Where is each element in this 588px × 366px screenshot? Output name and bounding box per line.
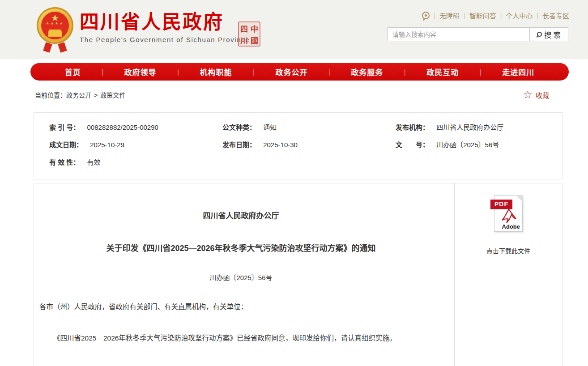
site-subtitle: The People's Government of Sichuan Provi… xyxy=(80,36,250,43)
document-number: 川办函〔2025〕56号 xyxy=(39,272,443,282)
search-icon xyxy=(537,32,542,37)
national-emblem-logo: ★ ★★★★ xyxy=(37,7,74,52)
breadcrumb-link-policy-files[interactable]: 政策文件 xyxy=(100,92,125,99)
link-separator: | xyxy=(537,12,538,19)
download-hint-link[interactable]: 点击下载此文件 xyxy=(455,246,562,255)
china-sichuan-seal-icon: 四 中 川 國 xyxy=(238,21,260,47)
nav-item-institution-functions[interactable]: 机构职能 xyxy=(200,66,232,77)
seal-char: 國 xyxy=(249,34,260,46)
nav-item-government-affairs[interactable]: 政务公开 xyxy=(275,66,307,77)
nav-item-public-interaction[interactable]: 政民互动 xyxy=(426,66,459,77)
nav-separator: | xyxy=(480,68,481,76)
meta-publish-date: 发布日期： 2025-10-30 xyxy=(207,140,380,150)
header-right: | 无障碍 | 智能问答 | 个人中心 | 长者专区 搜 索 xyxy=(388,11,569,41)
link-separator: | xyxy=(464,12,465,19)
meta-value: 2025-10-30 xyxy=(263,141,298,149)
site-title: 四川省人民政府 xyxy=(80,11,250,33)
nav-separator: | xyxy=(328,68,330,76)
nav-item-government-services[interactable]: 政务服务 xyxy=(351,66,383,77)
page-fold-icon xyxy=(516,195,523,202)
nav-separator: | xyxy=(404,68,406,76)
favorite-button[interactable]: ☆ 收藏 xyxy=(523,90,549,100)
meta-doc-number: 文 号： 川办函〔2025〕56号 xyxy=(380,140,562,150)
meta-label: 成文日期： xyxy=(49,141,83,149)
pdf-badge: PDF xyxy=(490,200,512,209)
breadcrumb-link-gov-affairs[interactable]: 政务公开 xyxy=(66,92,91,99)
pdf-file-icon: PDF Adobe xyxy=(494,195,523,232)
search-button-label: 搜 索 xyxy=(544,29,560,40)
emblem-ribbon-right xyxy=(58,42,67,53)
link-separator: | xyxy=(434,12,435,19)
meta-written-date: 成文日期： 2025-10-29 xyxy=(34,140,207,150)
meta-doc-type: 公文种类： 通知 xyxy=(207,123,380,132)
seal-char: 中 xyxy=(249,22,260,34)
link-accessibility[interactable]: 无障碍 xyxy=(439,11,460,20)
nav-item-government-leaders[interactable]: 政府领导 xyxy=(124,66,157,77)
search-button[interactable]: 搜 索 xyxy=(530,27,568,41)
seal-char: 四 xyxy=(239,22,249,34)
meta-label: 文 号： xyxy=(396,141,429,149)
meta-label: 有 效 性： xyxy=(49,158,80,166)
site-header: ★ ★★★★ 四川省人民政府 The People's Government o… xyxy=(0,0,588,59)
meta-label: 发布日期： xyxy=(222,141,256,149)
emblem-ribbon-left xyxy=(43,42,52,53)
nav-item-home[interactable]: 首页 xyxy=(65,66,81,77)
meta-index-number: 索 引 号： 008282882/2025-00290 xyxy=(34,123,207,132)
top-utility-links: | 无障碍 | 智能问答 | 个人中心 | 长者专区 xyxy=(388,11,569,20)
adobe-label: Adobe xyxy=(502,223,520,230)
emblem-star-icon: ★ xyxy=(41,13,69,22)
meta-label: 索 引 号： xyxy=(49,123,80,131)
meta-validity: 有 效 性： 有效 xyxy=(34,157,207,167)
document-org-title: 四川省人民政府办公厅 xyxy=(39,209,443,221)
emblem-core: ★ ★★★★ xyxy=(41,12,69,39)
link-separator: | xyxy=(500,12,502,19)
link-personal-center[interactable]: 个人中心 xyxy=(506,11,533,20)
emblem-wreath: ★ ★★★★ xyxy=(37,7,73,44)
document-paragraph: 《四川省2025—2026年秋冬季大气污染防治攻坚行动方案》已经省政府同意，现印… xyxy=(39,333,443,344)
breadcrumb-separator: > xyxy=(94,92,98,99)
meta-value: 2025-10-29 xyxy=(90,141,124,149)
meta-value: 四川省人民政府办公厅 xyxy=(436,123,503,131)
seal-char: 川 xyxy=(239,34,249,46)
nav-separator: | xyxy=(102,68,103,76)
meta-value: 有效 xyxy=(87,158,101,166)
document-paragraph: 各市（州）人民政府，省政府有关部门、有关直属机构，有关单位： xyxy=(39,302,443,312)
emblem-gate-icon xyxy=(48,31,62,35)
link-senior-zone[interactable]: 长者专区 xyxy=(542,11,569,20)
search-bar: 搜 索 xyxy=(388,27,568,41)
meta-label: 发布机构： xyxy=(396,123,429,131)
meta-value: 通知 xyxy=(263,123,277,131)
link-smart-qa[interactable]: 智能问答 xyxy=(469,11,496,20)
document-card: 四川省人民政府办公厅 关于印发《四川省2025—2026年秋冬季大气污染防治攻坚… xyxy=(34,183,562,366)
brand-block: 四川省人民政府 The People's Government of Sichu… xyxy=(80,11,250,43)
breadcrumb: 当前位置：政务公开>政策文件 xyxy=(35,90,125,99)
document-body: 四川省人民政府办公厅 关于印发《四川省2025—2026年秋冬季大气污染防治攻坚… xyxy=(34,183,454,366)
emblem-small-stars-icon: ★★★★ xyxy=(41,21,69,26)
nav-separator: | xyxy=(253,68,255,76)
document-title: 关于印发《四川省2025—2026年秋冬季大气污染防治攻坚行动方案》的通知 xyxy=(39,242,443,253)
nav-separator: | xyxy=(177,68,179,76)
breadcrumb-prefix: 当前位置： xyxy=(35,92,66,99)
star-icon: ☆ xyxy=(523,90,533,100)
pdf-download-button[interactable]: PDF Adobe xyxy=(494,195,523,232)
voice-bubble-icon[interactable] xyxy=(422,12,430,19)
nav-item-into-sichuan[interactable]: 走进四川 xyxy=(502,66,534,77)
meta-value: 008282882/2025-00290 xyxy=(87,123,158,131)
download-sidebar: PDF Adobe 点击下载此文件 xyxy=(454,183,562,366)
main-nav: 首页 | 政府领导 | 机构职能 | 政务公开 | 政务服务 | 政民互动 | … xyxy=(30,63,569,81)
meta-issuing-agency: 发布机构： 四川省人民政府办公厅 xyxy=(380,123,562,132)
adobe-reader-icon xyxy=(500,208,517,224)
document-metadata-card: 索 引 号： 008282882/2025-00290 公文种类： 通知 发布机… xyxy=(34,112,562,179)
document-signature: 四川省人民政府办公厅 xyxy=(39,364,443,366)
breadcrumb-row: 当前位置：政务公开>政策文件 ☆ 收藏 xyxy=(35,81,562,100)
meta-label: 公文种类： xyxy=(222,123,256,131)
search-input[interactable] xyxy=(388,27,530,41)
meta-value: 川办函〔2025〕56号 xyxy=(436,141,499,149)
favorite-label: 收藏 xyxy=(536,90,549,100)
